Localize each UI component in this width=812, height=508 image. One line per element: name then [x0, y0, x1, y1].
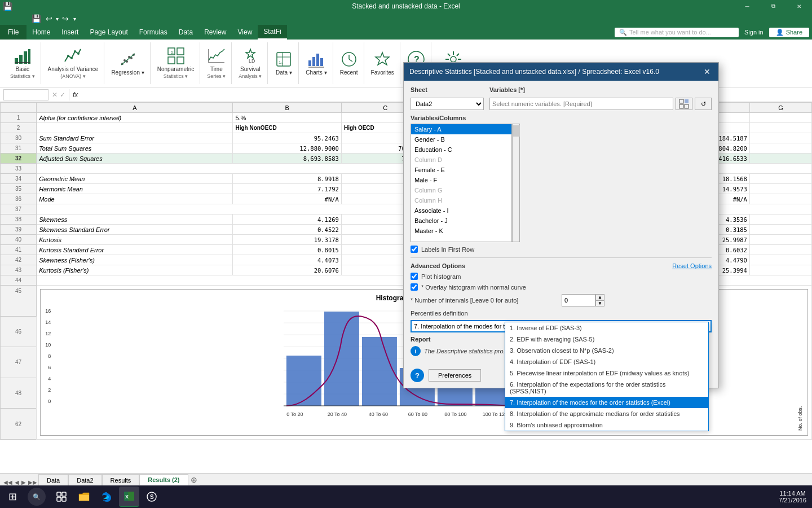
- cell-g43[interactable]: [749, 265, 811, 275]
- tab-scroll-left[interactable]: ◀◀: [2, 479, 14, 485]
- dropdown-option-8[interactable]: 8. Interpolation of the approximate medi…: [505, 408, 708, 419]
- cell-a43[interactable]: Kurtosis (Fisher's): [37, 265, 233, 275]
- ribbon-btn-basic-stats[interactable]: BasicStatistics ▾: [8, 46, 37, 81]
- restore-button[interactable]: ⧉: [760, 0, 786, 12]
- cell-b38[interactable]: 4.1269: [233, 214, 341, 225]
- minimize-button[interactable]: ─: [734, 0, 760, 12]
- var-item-bachelor[interactable]: Bachelor - J: [411, 216, 511, 226]
- variables-refresh-btn[interactable]: ↺: [695, 98, 712, 110]
- cell-g34[interactable]: [749, 174, 811, 184]
- cell-b35[interactable]: 7.1792: [233, 184, 341, 194]
- cell-a32[interactable]: Adjusted Sum Squares: [37, 154, 233, 164]
- modal-close-button[interactable]: ✕: [701, 66, 713, 77]
- cell-a42[interactable]: Skewness (Fisher's): [37, 255, 233, 265]
- undo-qa-button[interactable]: ↩: [45, 14, 54, 23]
- tab-data2[interactable]: Data2: [68, 474, 102, 485]
- menu-insert[interactable]: Insert: [56, 25, 84, 40]
- tab-results[interactable]: Results: [102, 474, 140, 485]
- variables-scrollbar[interactable]: [512, 124, 520, 242]
- cell-b40[interactable]: 19.3178: [233, 235, 341, 245]
- var-item-gender[interactable]: Gender - B: [411, 134, 511, 144]
- dropdown-option-3[interactable]: 3. Observation closest to N*p (SAS-2): [505, 345, 708, 356]
- intervals-down[interactable]: ▼: [595, 300, 604, 306]
- menu-formulas[interactable]: Formulas: [134, 25, 173, 40]
- cell-b42[interactable]: 4.4073: [233, 255, 341, 265]
- cell-g38[interactable]: [749, 214, 811, 225]
- preferences-button[interactable]: Preferences: [429, 369, 481, 382]
- cell-g2[interactable]: [749, 123, 811, 133]
- taskbar-extra[interactable]: S: [142, 487, 162, 507]
- undo-dropdown[interactable]: ▾: [56, 16, 59, 22]
- add-sheet-button[interactable]: ⊕: [188, 474, 200, 485]
- start-button[interactable]: ⊞: [0, 485, 25, 508]
- ribbon-btn-survival[interactable]: LD SurvivalAnalysis ▾: [236, 46, 264, 81]
- ribbon-btn-regression[interactable]: Regression ▾: [109, 49, 146, 77]
- ribbon-btn-charts[interactable]: Charts ▾: [303, 49, 329, 77]
- cell-reference-box[interactable]: A32: [3, 89, 48, 100]
- ribbon-btn-recent[interactable]: Recent: [338, 49, 360, 77]
- cell-b36[interactable]: #N/A: [233, 194, 341, 204]
- ribbon-btn-nonparametric[interactable]: Σ NonparametricStatistics ▾: [155, 46, 197, 81]
- variables-icon-btn[interactable]: [676, 98, 692, 110]
- tab-scroll-next[interactable]: ▶: [20, 479, 27, 485]
- ribbon-btn-favorites[interactable]: Favorites: [369, 49, 396, 77]
- cell-g32[interactable]: [749, 154, 811, 164]
- cell-a41[interactable]: Kurtosis Standard Error: [37, 245, 233, 255]
- dropdown-option-5[interactable]: 5. Piecewise linear interpolation of EDF…: [505, 367, 708, 379]
- cell-g35[interactable]: [749, 184, 811, 194]
- col-header-b[interactable]: B: [233, 103, 341, 113]
- tab-scroll-prev[interactable]: ◀: [14, 479, 20, 485]
- dropdown-option-9[interactable]: 9. Blom's unbiased approximation: [505, 419, 708, 431]
- menu-page-layout[interactable]: Page Layout: [84, 25, 133, 40]
- var-item-column-d[interactable]: Column D: [411, 155, 511, 165]
- cell-a36[interactable]: Mode: [37, 194, 233, 204]
- cell-b2[interactable]: High NonOECD: [233, 123, 341, 133]
- sheet-select[interactable]: Data2: [411, 98, 484, 110]
- cell-b1[interactable]: 5.%: [233, 113, 341, 123]
- save-qa-button[interactable]: 💾: [30, 14, 42, 23]
- redo-qa-button[interactable]: ↪: [61, 14, 70, 23]
- cell-g31[interactable]: [749, 143, 811, 154]
- menu-home[interactable]: Home: [27, 25, 56, 40]
- cell-g36[interactable]: [749, 194, 811, 204]
- col-header-a[interactable]: A: [37, 103, 233, 113]
- var-item-salary[interactable]: Salary - A: [411, 124, 511, 134]
- ribbon-btn-timeseries[interactable]: TimeSeries ▾: [205, 46, 228, 81]
- cell-b31[interactable]: 12,880.9000: [233, 143, 341, 154]
- dropdown-option-2[interactable]: 2. EDF with averaging (SAS-5): [505, 334, 708, 345]
- cell-b43[interactable]: 20.6076: [233, 265, 341, 275]
- menu-data[interactable]: Data: [173, 25, 198, 40]
- intervals-up[interactable]: ▲: [595, 294, 604, 300]
- dropdown-option-7[interactable]: 7. Interpolation of the modes for the or…: [505, 397, 708, 408]
- menu-file[interactable]: File: [0, 25, 27, 40]
- sign-in-link[interactable]: Sign in: [744, 29, 764, 36]
- var-item-column-g[interactable]: Column G: [411, 185, 511, 195]
- cell-b41[interactable]: 0.8015: [233, 245, 341, 255]
- taskbar-file-explorer[interactable]: [74, 487, 94, 507]
- cell-g39[interactable]: [749, 225, 811, 235]
- var-item-male[interactable]: Male - F: [411, 175, 511, 185]
- cell-a34[interactable]: Geometric Mean: [37, 174, 233, 184]
- cell-a30[interactable]: Sum Standard Error: [37, 133, 233, 143]
- variables-input[interactable]: [489, 98, 673, 110]
- menu-search-placeholder[interactable]: Tell me what you want to do...: [629, 29, 711, 36]
- help-button[interactable]: ?: [411, 369, 424, 382]
- tab-scroll-right[interactable]: ▶▶: [27, 479, 38, 485]
- taskbar-edge[interactable]: [96, 487, 117, 507]
- taskbar-search-button[interactable]: 🔍: [28, 488, 46, 506]
- cell-a1[interactable]: Alpha (for confidence interval): [37, 113, 233, 123]
- overlay-normal-checkbox[interactable]: [411, 283, 418, 291]
- intervals-input[interactable]: [562, 294, 595, 306]
- reset-options-link[interactable]: Reset Options: [672, 262, 712, 269]
- plot-histogram-checkbox[interactable]: [411, 273, 418, 280]
- dropdown-option-4[interactable]: 4. Interpolation of EDF (SAS-1): [505, 356, 708, 367]
- cell-b39[interactable]: 0.4522: [233, 225, 341, 235]
- tab-data[interactable]: Data: [38, 474, 68, 485]
- menu-review[interactable]: Review: [198, 25, 232, 40]
- menu-view[interactable]: View: [232, 25, 258, 40]
- ribbon-btn-anova[interactable]: Analysis of Variance(ANOVA) ▾: [46, 46, 101, 81]
- cell-g41[interactable]: [749, 245, 811, 255]
- labels-first-row-checkbox[interactable]: [411, 246, 418, 253]
- taskbar-task-view[interactable]: [51, 487, 72, 507]
- dropdown-option-6[interactable]: 6. Interpolation of the expectations for…: [505, 379, 708, 397]
